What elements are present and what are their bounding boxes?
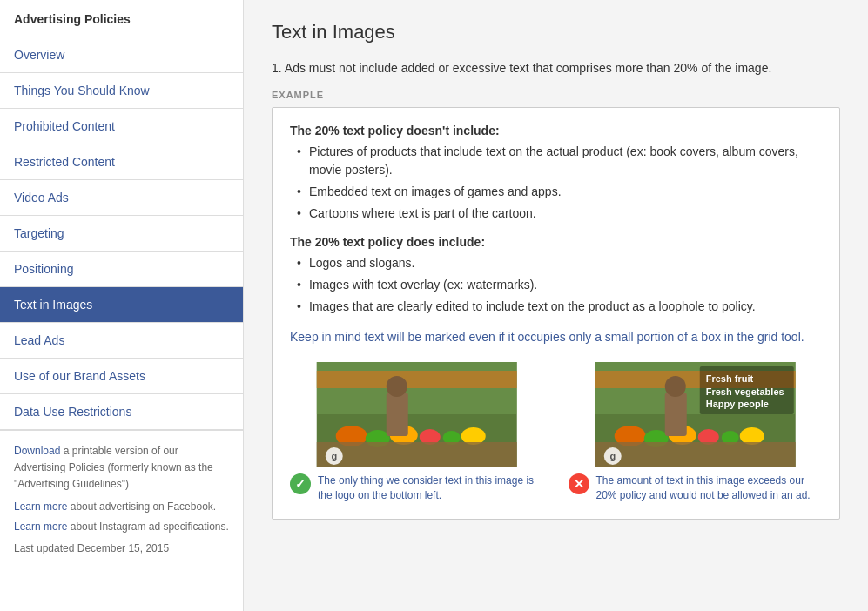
svg-text:Happy people: Happy people xyxy=(705,399,768,409)
sidebar-item-prohibited-content[interactable]: Prohibited Content xyxy=(0,109,243,144)
rule-item: 1. Ads must not include added or excessi… xyxy=(272,59,840,77)
svg-text:g: g xyxy=(609,451,616,461)
example-box: The 20% text policy doesn't include: Pic… xyxy=(272,107,840,520)
svg-rect-11 xyxy=(317,442,517,467)
sidebar-item-video-ads[interactable]: Video Ads xyxy=(0,180,243,216)
sidebar-item-data-use-restrictions[interactable]: Data Use Restrictions xyxy=(0,394,243,430)
image-examples: g ✓ The only thing we consider text in t… xyxy=(290,362,822,503)
svg-point-24 xyxy=(664,376,685,397)
example-label: EXAMPLE xyxy=(272,90,840,100)
sidebar-item-text-in-images[interactable]: Text in Images xyxy=(0,287,243,323)
svg-text:Fresh vegetables: Fresh vegetables xyxy=(705,386,784,397)
policy-doesnt-list: Pictures of products that include text o… xyxy=(297,143,822,223)
policy-doesnt-item-1: Pictures of products that include text o… xyxy=(297,143,822,179)
image-example-bad: Fresh fruit Fresh vegetables Happy peopl… xyxy=(569,362,823,503)
policy-doesnt-item-2: Embedded text on images of games and app… xyxy=(297,183,822,201)
policy-heading-does: The 20% text policy does include: xyxy=(290,235,822,249)
last-updated: Last updated December 15, 2015 xyxy=(14,540,229,557)
main-content: Text in Images 1. Ads must not include a… xyxy=(244,0,868,611)
example-img-ok: g xyxy=(290,362,544,467)
svg-text:g: g xyxy=(331,451,337,461)
status-icon-ok: ✓ xyxy=(290,473,311,494)
svg-text:Fresh fruit: Fresh fruit xyxy=(705,373,753,384)
policy-note-highlighted: Keep in mind text will be marked even if… xyxy=(290,330,804,344)
sidebar-item-use-of-brand-assets[interactable]: Use of our Brand Assets xyxy=(0,359,243,394)
image-example-ok: g ✓ The only thing we consider text in t… xyxy=(290,362,544,503)
policy-does-item-3: Images that are clearly edited to includ… xyxy=(297,298,822,316)
sidebar-item-things-you-should-know[interactable]: Things You Should Know xyxy=(0,73,243,109)
sidebar-item-overview[interactable]: Overview xyxy=(0,37,243,73)
rule-text: Ads must not include added or excessive … xyxy=(285,61,772,75)
policy-heading-doesnt: The 20% text policy doesn't include: xyxy=(290,124,822,138)
caption-text-ok: The only thing we consider text in this … xyxy=(318,473,544,503)
sidebar-item-restricted-content[interactable]: Restricted Content xyxy=(0,144,243,180)
sidebar-footer: Download a printable version of our Adve… xyxy=(0,430,243,569)
caption-text-bad: The amount of text in this image exceeds… xyxy=(596,473,823,503)
sidebar-item-lead-ads[interactable]: Lead Ads xyxy=(0,323,243,359)
learn-more-instagram-link[interactable]: Learn more xyxy=(14,520,67,533)
sidebar-item-targeting[interactable]: Targeting xyxy=(0,216,243,252)
svg-rect-2 xyxy=(317,371,517,388)
svg-rect-9 xyxy=(387,393,408,436)
example-caption-bad: ✕ The amount of text in this image excee… xyxy=(569,473,823,503)
rule-number: 1. xyxy=(272,61,282,75)
status-icon-bad: ✕ xyxy=(569,473,589,494)
sidebar-item-positioning[interactable]: Positioning xyxy=(0,252,243,287)
policy-note: Keep in mind text will be marked even if… xyxy=(290,328,822,346)
policy-doesnt-item-3: Cartoons where text is part of the carto… xyxy=(297,205,822,223)
svg-rect-23 xyxy=(664,393,686,436)
learn-more-facebook-link[interactable]: Learn more xyxy=(14,500,67,513)
sidebar: Advertising Policies Overview Things You… xyxy=(0,0,244,611)
download-link[interactable]: Download xyxy=(14,445,60,457)
policy-does-list: Logos and slogans. Images with text over… xyxy=(297,254,822,316)
policy-does-item-1: Logos and slogans. xyxy=(297,254,822,272)
page-title: Text in Images xyxy=(272,21,840,44)
policy-does-item-2: Images with text overlay (ex: watermarks… xyxy=(297,276,822,294)
example-caption-ok: ✓ The only thing we consider text in thi… xyxy=(290,473,544,503)
example-img-bad: Fresh fruit Fresh vegetables Happy peopl… xyxy=(569,362,823,467)
sidebar-title: Advertising Policies xyxy=(0,0,243,37)
svg-point-10 xyxy=(387,376,407,397)
svg-rect-25 xyxy=(595,442,795,467)
